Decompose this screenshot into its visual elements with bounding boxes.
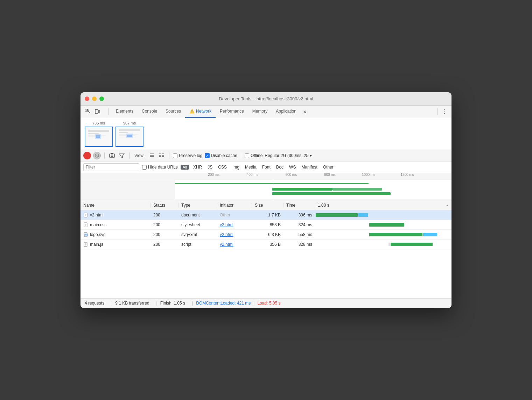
filmstrip-thumb-2 [115,127,144,147]
list-view-icon[interactable] [148,152,156,159]
timeline-ruler: 200 ms 400 ms 600 ms 800 ms 1000 ms 1200… [80,173,451,180]
waterfall-1 [315,210,451,220]
throttle-dropdown-icon[interactable]: ▾ [310,153,312,158]
th-type: Type [178,203,217,208]
devtools-icon-group [83,107,102,116]
svg-point-2 [87,110,89,112]
filmstrip-item-1[interactable]: 736 ms [85,121,113,147]
more-tabs-button[interactable]: » [301,105,309,118]
th-waterfall[interactable]: 1.00 s ▲ [315,203,451,208]
td-type-2: stylesheet [178,222,217,227]
wf-blue-1 [358,213,368,217]
filter-js[interactable]: JS [206,164,214,170]
filter-doc[interactable]: Doc [275,164,285,170]
th-status: Status [150,203,178,208]
record-button[interactable] [83,152,91,159]
filter-media[interactable]: Media [244,164,258,170]
table-header: Name Status Type Initiator Size Time 1.0… [80,201,451,210]
table-row[interactable]: main.js 200 script v2.html 356 B 328 ms [80,240,451,249]
traffic-lights [85,97,104,101]
tab-sources[interactable]: Sources [161,105,185,118]
toolbar-divider-2 [129,152,130,159]
disable-cache-checkbox[interactable]: ✓ [205,153,210,158]
tl-teal-bar [332,188,382,191]
svg-rect-14 [119,132,128,133]
filter-input[interactable] [83,163,139,171]
filter-manifest[interactable]: Manifest [300,164,318,170]
device-toolbar-icon[interactable] [93,107,102,116]
waterfall-2 [315,220,451,230]
td-name-2: main.css [80,222,150,227]
tab-menu-divider [437,108,438,115]
minimize-button[interactable] [92,97,97,101]
td-type-4: script [178,242,217,247]
th-time: Time [284,203,315,208]
filter-ws[interactable]: WS [288,164,297,170]
throttle-label: Regular 2G (300ms, 25 [265,153,308,158]
script-icon [83,242,88,247]
screenshot-icon[interactable] [108,152,116,159]
td-status-1: 200 [150,213,178,217]
preserve-log-checkbox[interactable] [173,153,177,158]
stylesheet-icon [83,222,88,227]
timeline-chart [175,180,451,199]
tab-memory[interactable]: Memory [248,105,272,118]
td-time-3: 558 ms [284,232,315,237]
tab-elements[interactable]: Elements [112,105,138,118]
hide-data-urls-group: Hide data URLs [142,165,178,170]
tab-performance[interactable]: Performance [216,105,248,118]
th-name: Name [80,203,150,208]
tab-bar-divider [108,108,109,115]
th-initiator: Initiator [217,203,252,208]
svg-marker-25 [119,154,124,158]
filter-icon[interactable] [118,152,126,159]
td-size-4: 356 B [252,242,284,247]
td-time-1: 396 ms [284,213,315,217]
throttle-group: Regular 2G (300ms, 25 ▾ [265,153,312,158]
dom-content-loaded[interactable]: DOMContentLoaded: 421 ms [196,301,251,306]
td-initiator-1: Other [217,213,252,217]
svg-rect-6 [88,130,109,132]
filter-other[interactable]: Other [322,164,335,170]
filter-xhr[interactable]: XHR [192,164,203,170]
table-row[interactable]: SVG logo.svg 200 svg+xml v2.html 6.3 KB … [80,230,451,240]
ruler-1000ms: 1000 ms [362,173,375,177]
filter-css[interactable]: CSS [217,164,228,170]
filter-font[interactable]: Font [261,164,272,170]
maximize-button[interactable] [99,97,104,101]
td-name-4: main.js [80,242,150,247]
table-row[interactable]: v2.html 200 document Other 1.7 KB 396 ms [80,210,451,220]
td-type-1: document [178,213,217,217]
wf-green-4 [391,243,433,246]
preserve-log-group: Preserve log [173,153,202,158]
filter-img[interactable]: Img [231,164,241,170]
filmstrip-thumb-1 [85,127,113,147]
clear-button[interactable] [93,152,101,159]
filmstrip-item-2[interactable]: 967 ms [115,121,144,147]
td-type-3: svg+xml [178,232,217,237]
load-time: Load: 5.05 s [257,301,280,306]
tl-green-bar-3 [272,192,391,195]
td-size-3: 6.3 KB [252,232,284,237]
table-row[interactable]: main.css 200 stylesheet v2.html 853 B 32… [80,220,451,230]
view-label: View: [134,153,145,158]
group-view-icon[interactable] [158,152,166,159]
td-size-1: 1.7 KB [252,213,284,217]
ruler-800ms: 800 ms [324,173,336,177]
tab-application[interactable]: Application [272,105,301,118]
tab-network[interactable]: ⚠️ Network [185,105,216,118]
svg-rect-3 [95,109,98,114]
offline-checkbox[interactable] [245,153,249,158]
ruler-200ms: 200 ms [208,173,219,177]
finish-time: Finish: 1.05 s [160,301,189,306]
devtools-menu-button[interactable]: ⋮ [440,107,449,116]
close-button[interactable] [85,97,89,101]
hide-data-urls-checkbox[interactable] [142,165,147,170]
tab-console[interactable]: Console [138,105,161,118]
inspect-element-icon[interactable] [83,107,92,116]
filter-all-badge[interactable]: All [181,165,189,170]
svg-text:SVG: SVG [84,234,88,236]
ruler-marks: 200 ms 400 ms 600 ms 800 ms 1000 ms 1200… [175,173,451,180]
status-bar: 4 requests | 9.1 KB transferred | Finish… [80,298,451,308]
toolbar-divider-4 [241,152,241,159]
